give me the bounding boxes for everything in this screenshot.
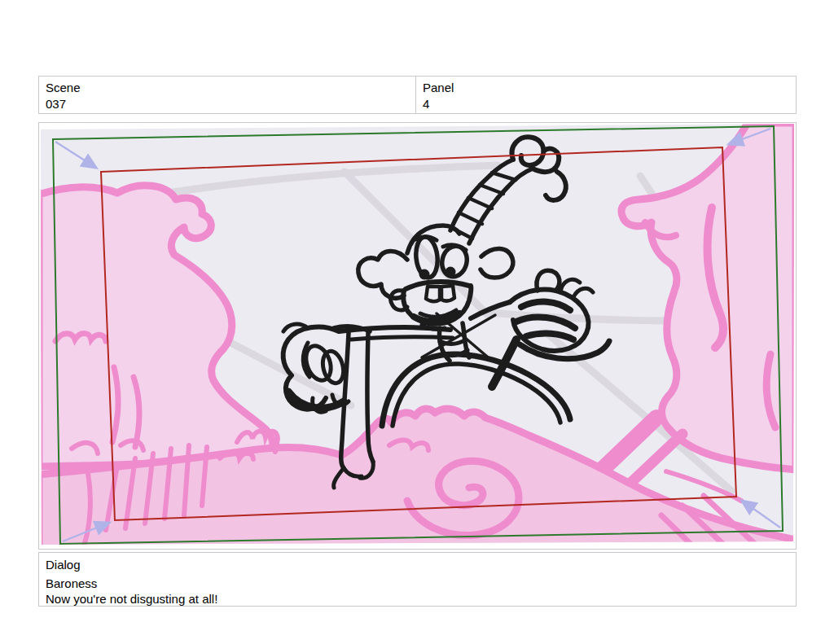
panel-label: Panel [423,80,789,96]
scene-label: Scene [46,80,409,96]
storyboard-panel-image [38,122,797,550]
panel-value: 4 [423,96,789,112]
storyboard-canvas-svg [39,123,796,549]
dialog-label: Dialog [46,556,789,573]
scene-panel-header: Scene 037 Panel 4 [38,76,797,114]
scene-value: 037 [46,96,409,112]
dialog-line: Now you're not disgusting at all! [46,591,789,607]
dialog-box: Dialog Baroness Now you're not disgustin… [38,552,797,607]
scene-cell: Scene 037 [39,77,416,113]
dialog-character-name: Baroness [46,576,789,591]
panel-cell: Panel 4 [416,77,796,113]
